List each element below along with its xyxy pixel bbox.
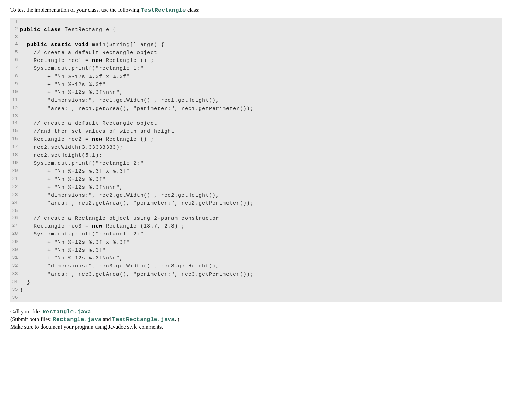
line-number: 3 xyxy=(10,34,20,41)
code-line: 25 xyxy=(10,208,502,214)
line-number: 4 xyxy=(10,41,20,49)
code-line: 33 "area:", rec3.getArea(), "perimeter:"… xyxy=(10,270,502,278)
code-line: 26 // create a Rectangle object using 2-… xyxy=(10,214,502,222)
line-number: 8 xyxy=(10,73,20,81)
code-content: + "\n %-12s %.3f" xyxy=(20,246,502,254)
code-line: 35} xyxy=(10,286,502,294)
code-content: + "\n %-12s %.3f\n\n", xyxy=(20,184,502,191)
code-content: + "\n %-12s %.3f\n\n", xyxy=(20,254,502,262)
code-line: 6 Rectangle rec1 = new Rectangle () ; xyxy=(10,57,502,65)
outro-line2-file2: TestRectangle.java xyxy=(112,317,175,323)
code-line: 8 + "\n %-12s %.3f x %.3f" xyxy=(10,73,502,81)
code-line: 11 "dimensions:", rec1.getWidth() , rec1… xyxy=(10,97,502,104)
line-number: 14 xyxy=(10,120,20,128)
line-number: 29 xyxy=(10,239,20,246)
line-number: 19 xyxy=(10,159,20,167)
outro-text: Call your file: Rectangle.java. (Submit … xyxy=(10,309,502,330)
line-number: 25 xyxy=(10,208,20,214)
line-number: 22 xyxy=(10,184,20,191)
line-number: 16 xyxy=(10,135,20,143)
code-content: + "\n %-12s %.3f x %.3f" xyxy=(20,239,502,246)
code-content: System.out.printf("rectangle 2:" xyxy=(20,230,502,238)
line-number: 2 xyxy=(10,26,20,34)
code-line: 34 } xyxy=(10,278,502,286)
code-line: 5 // create a default Rectangle object xyxy=(10,49,502,57)
code-content: + "\n %-12s %.3f" xyxy=(20,176,502,184)
outro-line2-suffix: . ) xyxy=(175,316,179,322)
code-line: 19 System.out.printf("rectangle 2:" xyxy=(10,159,502,167)
outro-line2: (Submit both files: Rectangle.java and T… xyxy=(10,316,502,323)
code-content: "area:", rec1.getArea(), "perimeter:", r… xyxy=(20,105,502,113)
line-number: 10 xyxy=(10,89,20,97)
outro-line1-suffix: . xyxy=(91,309,92,314)
code-content: Rectangle rec1 = new Rectangle () ; xyxy=(20,57,502,65)
code-content: System.out.printf("rectangle 2:" xyxy=(20,159,502,167)
code-content xyxy=(20,208,502,214)
code-line: 2public class TestRectangle { xyxy=(10,26,502,34)
code-content: "area:", rec3.getArea(), "perimeter:", r… xyxy=(20,270,502,278)
code-content: "area:", rec2.getArea(), "perimeter:", r… xyxy=(20,199,502,207)
line-number: 6 xyxy=(10,57,20,65)
code-content: "dimensions:", rec3.getWidth() , rec3.ge… xyxy=(20,262,502,270)
code-line: 24 "area:", rec2.getArea(), "perimeter:"… xyxy=(10,199,502,207)
line-number: 24 xyxy=(10,199,20,207)
code-line: 13 xyxy=(10,113,502,120)
line-number: 23 xyxy=(10,191,20,199)
code-content: } xyxy=(20,278,502,286)
code-content: + "\n %-12s %.3f\n\n", xyxy=(20,89,502,97)
outro-line1-prefix: Call your file: xyxy=(10,309,43,314)
code-content: // create a Rectangle object using 2-par… xyxy=(20,214,502,222)
line-number: 28 xyxy=(10,230,20,238)
outro-line3: Make sure to document your program using… xyxy=(10,324,502,330)
code-line: 27 Rectangle rec3 = new Rectangle (13.7,… xyxy=(10,222,502,230)
line-number: 26 xyxy=(10,214,20,222)
code-line: 14 // create a default Rectangle object xyxy=(10,120,502,128)
line-number: 36 xyxy=(10,294,20,301)
line-number: 30 xyxy=(10,246,20,254)
intro-suffix: class: xyxy=(186,7,200,13)
code-line: 16 Rectangle rec2 = new Rectangle () ; xyxy=(10,135,502,143)
line-number: 12 xyxy=(10,105,20,113)
code-content: + "\n %-12s %.3f" xyxy=(20,81,502,89)
line-number: 17 xyxy=(10,144,20,152)
code-content xyxy=(20,34,502,41)
code-line: 18 rec2.setHeight(5.1); xyxy=(10,152,502,159)
code-content: "dimensions:", rec1.getWidth() , rec1.ge… xyxy=(20,97,502,104)
code-content xyxy=(20,19,502,26)
line-number: 34 xyxy=(10,278,20,286)
outro-line2-file1: Rectangle.java xyxy=(53,317,101,323)
code-line: 4 public static void main(String[] args)… xyxy=(10,41,502,49)
code-block: 12public class TestRectangle {34 public … xyxy=(10,18,502,302)
code-content: + "\n %-12s %.3f x %.3f" xyxy=(20,167,502,175)
intro-prefix: To test the implementation of your class… xyxy=(10,7,141,13)
code-line: 36 xyxy=(10,294,502,301)
line-number: 5 xyxy=(10,49,20,57)
intro-text: To test the implementation of your class… xyxy=(10,7,502,13)
line-number: 20 xyxy=(10,167,20,175)
code-line: 20 + "\n %-12s %.3f x %.3f" xyxy=(10,167,502,175)
code-line: 22 + "\n %-12s %.3f\n\n", xyxy=(10,184,502,191)
code-line: 29 + "\n %-12s %.3f x %.3f" xyxy=(10,239,502,246)
outro-line1: Call your file: Rectangle.java. xyxy=(10,309,502,315)
code-line: 32 "dimensions:", rec3.getWidth() , rec3… xyxy=(10,262,502,270)
line-number: 15 xyxy=(10,128,20,135)
code-content xyxy=(20,113,502,120)
line-number: 32 xyxy=(10,262,20,270)
line-number: 9 xyxy=(10,81,20,89)
outro-line2-mid: and xyxy=(101,316,112,322)
code-content: "dimensions:", rec2.getWidth() , rec2.ge… xyxy=(20,191,502,199)
code-content: rec2.setWidth(3.33333333); xyxy=(20,144,502,152)
code-line: 1 xyxy=(10,19,502,26)
code-content: System.out.printf("rectangle 1:" xyxy=(20,65,502,73)
line-number: 27 xyxy=(10,222,20,230)
line-number: 11 xyxy=(10,97,20,104)
code-content xyxy=(20,294,502,301)
code-line: 30 + "\n %-12s %.3f" xyxy=(10,246,502,254)
line-number: 33 xyxy=(10,270,20,278)
code-line: 9 + "\n %-12s %.3f" xyxy=(10,81,502,89)
line-number: 18 xyxy=(10,152,20,159)
outro-line2-prefix: (Submit both files: xyxy=(10,316,53,322)
code-content: public static void main(String[] args) { xyxy=(20,41,502,49)
code-content: } xyxy=(20,286,502,294)
code-line: 7 System.out.printf("rectangle 1:" xyxy=(10,65,502,73)
